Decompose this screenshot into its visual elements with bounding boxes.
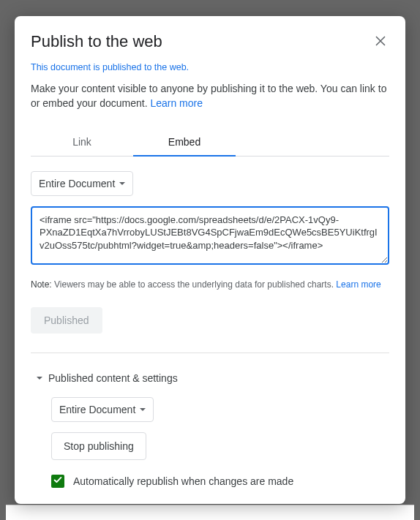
embed-scope-dropdown[interactable]: Entire Document	[31, 171, 133, 196]
description-text: Make your content visible to anyone by p…	[31, 83, 386, 109]
checkmark-icon	[53, 475, 63, 487]
note-label: Note:	[31, 279, 52, 290]
tab-embed[interactable]: Embed	[133, 129, 236, 157]
close-icon	[375, 35, 386, 49]
note-learn-more-link[interactable]: Learn more	[336, 279, 380, 290]
published-button: Published	[31, 307, 102, 334]
published-status-link[interactable]: This document is published to the web.	[31, 62, 389, 72]
dialog-description: Make your content visible to anyone by p…	[31, 81, 389, 111]
settings-header-label: Published content & settings	[48, 372, 178, 384]
dialog-title: Publish to the web	[31, 32, 162, 51]
note-text: Viewers may be able to access the underl…	[52, 279, 337, 290]
embed-code-textarea[interactable]: <iframe src="https://docs.google.com/spr…	[31, 206, 389, 265]
chevron-down-icon	[140, 408, 146, 411]
note-line: Note: Viewers may be able to access the …	[31, 279, 389, 290]
close-button[interactable]	[372, 32, 389, 52]
settings-toggle[interactable]: Published content & settings	[37, 372, 389, 384]
settings-scope-dropdown[interactable]: Entire Document	[51, 397, 154, 422]
auto-republish-row: Automatically republish when changes are…	[51, 475, 389, 488]
dropdown-label: Entire Document	[39, 178, 115, 189]
chevron-down-icon	[37, 377, 42, 380]
tabs-bar: Link Embed	[31, 129, 389, 157]
dialog-header: Publish to the web	[31, 32, 389, 52]
auto-republish-label: Automatically republish when changes are…	[73, 475, 293, 487]
auto-republish-checkbox[interactable]	[51, 475, 64, 488]
learn-more-link[interactable]: Learn more	[150, 97, 203, 109]
dropdown-label: Entire Document	[59, 404, 135, 415]
divider	[31, 353, 389, 353]
chevron-down-icon	[119, 182, 125, 185]
stop-publishing-button[interactable]: Stop publishing	[51, 432, 146, 460]
tab-link[interactable]: Link	[31, 129, 133, 157]
publish-dialog: Publish to the web This document is publ…	[15, 16, 405, 504]
settings-body: Entire Document Stop publishing Automati…	[51, 397, 389, 488]
